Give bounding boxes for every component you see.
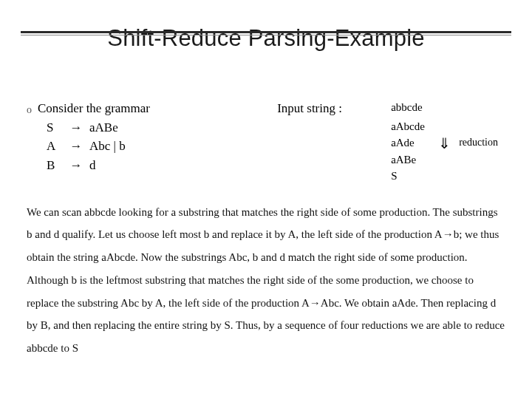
deriv-note [459, 99, 498, 118]
deriv-row-4: S [277, 168, 498, 185]
slide: Shift-Reduce Parsing-Example o Consider … [0, 25, 532, 399]
arrow-icon: → [63, 137, 89, 156]
prod-rhs: aABe [89, 118, 150, 137]
deriv-note: reduction [459, 134, 498, 151]
grammar-prod-2: B → d [38, 156, 150, 175]
deriv-val: aAde [391, 134, 435, 151]
deriv-row-1: aAbcde [277, 118, 498, 135]
deriv-row-3: aABe [277, 151, 498, 168]
top-divider [21, 31, 511, 35]
deriv-val: aABe [391, 151, 435, 168]
down-arrow-icon [438, 169, 456, 186]
down-arrow-icon [438, 100, 456, 120]
prod-rhs: d [89, 156, 150, 175]
arrow-icon: → [63, 118, 89, 137]
grammar-prod-0: S → aABe [38, 118, 150, 137]
grammar-prod-1: A → Abc | b [38, 137, 150, 156]
down-arrow-icon [438, 120, 456, 137]
deriv-val: abbcde [391, 99, 435, 118]
derivation-block: Input string : abbcde aAbcde aAde ⇓ redu… [277, 99, 505, 185]
prod-lhs: A [47, 137, 63, 156]
explanation-paragraph: We can scan abbcde looking for a substri… [27, 201, 505, 360]
bullet-icon: o [27, 99, 32, 174]
deriv-row-0: Input string : abbcde [277, 99, 498, 118]
grammar-lines: Consider the grammar S → aABe A → Abc | … [38, 99, 150, 174]
upper-row: o Consider the grammar S → aABe A → Abc … [27, 99, 505, 185]
grammar-intro: Consider the grammar [38, 99, 150, 118]
deriv-note [459, 118, 498, 135]
deriv-note [459, 151, 498, 168]
input-label: Input string : [277, 99, 388, 118]
down-arrow-icon: ⇓ [438, 136, 456, 153]
deriv-note [459, 168, 498, 185]
deriv-row-2: aAde ⇓ reduction [277, 134, 498, 151]
down-arrow-icon [438, 153, 456, 170]
deriv-val: aAbcde [391, 118, 435, 135]
arrow-icon: → [63, 156, 89, 175]
deriv-val: S [391, 168, 435, 185]
content-area: o Consider the grammar S → aABe A → Abc … [27, 99, 505, 360]
grammar-block: o Consider the grammar S → aABe A → Abc … [27, 99, 150, 174]
prod-rhs: Abc | b [89, 137, 150, 156]
page-title: Shift-Reduce Parsing-Example [0, 25, 532, 52]
prod-lhs: B [47, 156, 63, 175]
prod-lhs: S [47, 118, 63, 137]
